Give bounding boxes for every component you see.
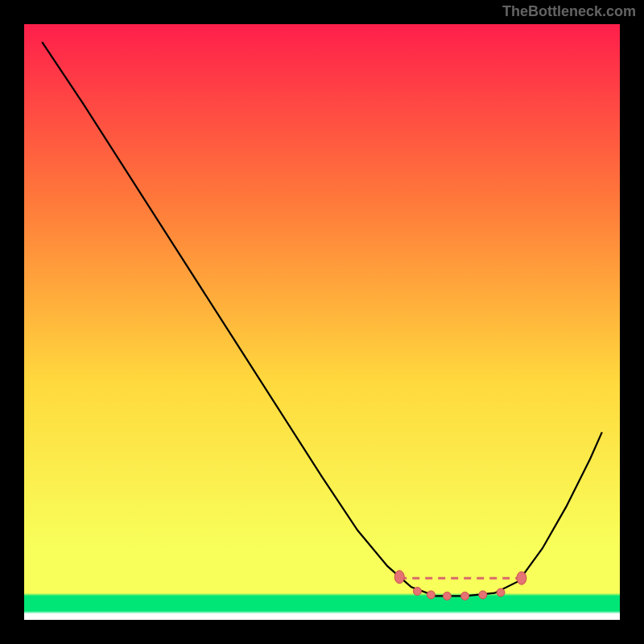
marker-point [479, 591, 487, 599]
marker-point [394, 571, 404, 584]
marker-point [461, 592, 469, 600]
attribution-text: TheBottleneck.com [502, 3, 636, 20]
marker-point [413, 588, 421, 596]
chart-container: TheBottleneck.com [0, 0, 644, 644]
marker-point [497, 588, 505, 597]
plot-background [24, 24, 620, 620]
chart-svg [0, 0, 644, 644]
marker-point [443, 592, 451, 600]
marker-point [427, 591, 435, 599]
marker-point [517, 572, 526, 584]
